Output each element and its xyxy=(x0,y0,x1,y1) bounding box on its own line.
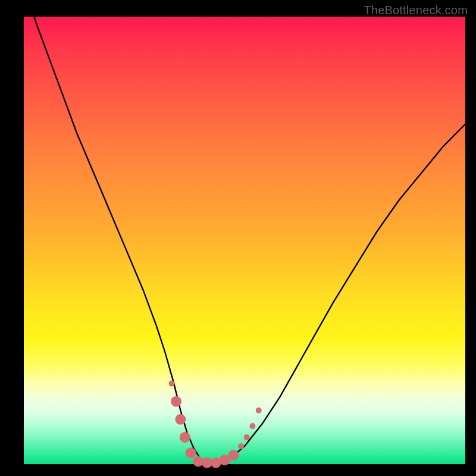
bottleneck-curve xyxy=(24,0,465,463)
valley-markers xyxy=(169,381,262,468)
valley-marker xyxy=(244,434,250,440)
valley-marker xyxy=(169,381,175,387)
valley-marker xyxy=(186,447,196,458)
valley-marker xyxy=(171,396,181,407)
valley-marker xyxy=(256,408,262,414)
valley-marker xyxy=(180,432,190,443)
valley-marker xyxy=(175,414,186,425)
chart-svg xyxy=(24,17,465,464)
valley-marker xyxy=(228,450,239,461)
chart-frame: TheBottleneck.com xyxy=(0,0,476,476)
chart-plot-area xyxy=(24,17,465,464)
valley-marker xyxy=(238,443,244,449)
watermark-text: TheBottleneck.com xyxy=(364,4,468,17)
valley-marker xyxy=(249,423,255,429)
